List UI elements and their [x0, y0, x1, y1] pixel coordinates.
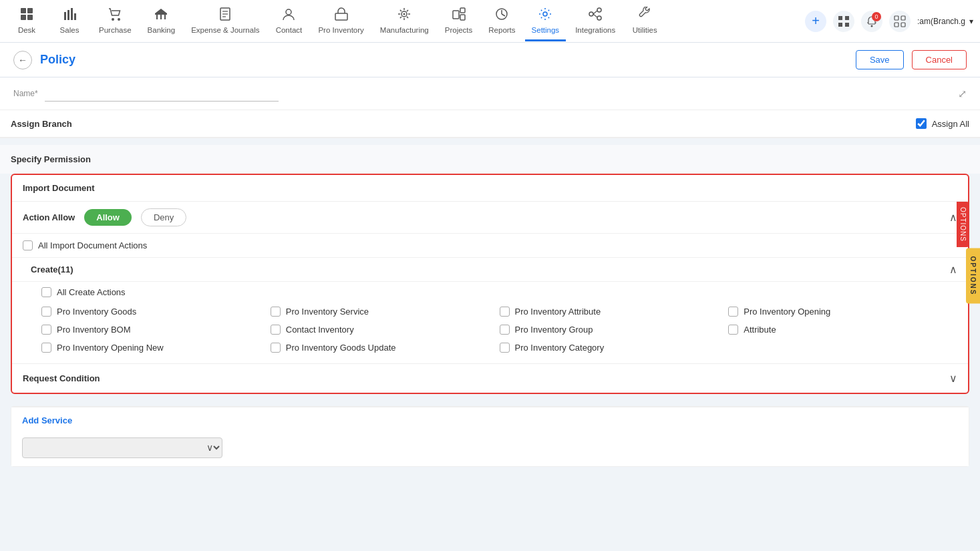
nav-integrations[interactable]: Integrations	[568, 1, 622, 41]
pro-inventory-category-checkbox[interactable]	[500, 343, 510, 353]
checkbox-pro-inventory-opening-new: Pro Inventory Opening New	[41, 343, 271, 353]
options-tab[interactable]: OPTIONS	[957, 202, 969, 247]
request-condition-label: Request Condition	[23, 373, 100, 383]
nav-expense-journals-label: Expense & Journals	[191, 26, 259, 34]
svg-line-31	[593, 14, 597, 17]
pro-inventory-goods-checkbox[interactable]	[41, 307, 51, 317]
create-label: Create(11)	[31, 264, 73, 274]
allow-button[interactable]: Allow	[84, 209, 132, 226]
svg-rect-39	[894, 23, 899, 27]
cancel-button[interactable]: Cancel	[912, 50, 967, 69]
checkbox-pro-inventory-goods-update: Pro Inventory Goods Update	[271, 343, 500, 353]
svg-rect-37	[894, 16, 899, 20]
svg-point-9	[118, 18, 120, 21]
desk-icon	[19, 7, 34, 25]
deny-button[interactable]: Deny	[141, 208, 186, 226]
svg-point-27	[589, 12, 593, 16]
all-import-actions-checkbox[interactable]	[23, 240, 33, 250]
name-label: Name*	[13, 89, 38, 98]
expand-icon[interactable]: ⤢	[958, 87, 967, 100]
svg-point-36	[870, 25, 872, 27]
checkboxes-grid: Pro Inventory Goods Pro Inventory Servic…	[12, 301, 968, 363]
expand-request-condition-button[interactable]: ∨	[949, 372, 957, 385]
pro-inventory-opening-new-checkbox[interactable]	[41, 343, 51, 353]
integrations-icon	[588, 7, 603, 25]
all-create-actions-checkbox[interactable]	[41, 287, 51, 297]
action-allow-row: Action Allow Allow Deny ∧	[12, 202, 968, 234]
grid-view-button[interactable]	[833, 11, 854, 32]
svg-point-21	[403, 13, 405, 15]
contact-inventory-checkbox[interactable]	[271, 325, 281, 335]
nav-projects[interactable]: Projects	[438, 1, 480, 41]
options-sidebar[interactable]: OPTIONS	[966, 248, 980, 303]
svg-point-18	[286, 9, 291, 15]
svg-rect-24	[460, 15, 465, 20]
pro-inventory-opening-checkbox[interactable]	[728, 307, 738, 317]
nav-pro-inventory[interactable]: Pro Inventory	[311, 1, 370, 41]
nav-purchase[interactable]: Purchase	[92, 1, 138, 41]
nav-sales[interactable]: Sales	[49, 1, 90, 41]
expense-journals-icon	[218, 7, 232, 25]
nav-desk[interactable]: Desk	[7, 1, 47, 41]
nav-banking-label: Banking	[148, 26, 176, 34]
checkbox-pro-inventory-category: Pro Inventory Category	[500, 343, 729, 353]
banking-icon	[154, 7, 168, 25]
svg-rect-33	[845, 16, 849, 20]
import-document-section: OPTIONS Import Document Action Allow All…	[11, 174, 969, 394]
nav-settings[interactable]: Settings	[525, 1, 566, 41]
svg-rect-34	[838, 23, 842, 27]
pro-inventory-group-checkbox[interactable]	[500, 325, 510, 335]
assign-all-checkbox[interactable]	[916, 118, 927, 129]
name-input[interactable]	[45, 85, 279, 102]
back-button[interactable]: ←	[13, 51, 32, 69]
name-section: Name* ⤢	[0, 77, 980, 110]
svg-point-8	[112, 18, 114, 21]
nav-utilities[interactable]: Utilities	[625, 1, 665, 41]
add-service-link[interactable]: Add Service	[22, 415, 72, 425]
svg-rect-22	[453, 11, 459, 19]
svg-rect-13	[164, 15, 166, 19]
app-switcher-button[interactable]	[889, 11, 911, 32]
chevron-down-icon: ▾	[969, 17, 973, 26]
nav-manufacturing-label: Manufacturing	[380, 26, 429, 34]
nav-items: Desk Sales Purchase Banking Expense & Jo…	[7, 1, 805, 41]
nav-contact[interactable]: Contact	[269, 1, 309, 41]
nav-right: + 0 :am(Branch.g ▾	[805, 11, 973, 32]
user-info[interactable]: :am(Branch.g ▾	[917, 17, 973, 26]
svg-point-28	[597, 8, 601, 12]
nav-manufacturing[interactable]: Manufacturing	[373, 1, 436, 41]
svg-rect-1	[27, 8, 33, 13]
assign-branch-row: Assign Branch Assign All	[0, 110, 980, 138]
svg-rect-2	[21, 15, 26, 20]
dropdown-row: ∨	[11, 433, 969, 466]
action-allow-label: Action Allow	[23, 212, 75, 222]
settings-icon	[538, 7, 552, 25]
import-document-header: Import Document	[12, 175, 968, 202]
attribute-checkbox[interactable]	[728, 325, 738, 335]
checkbox-contact-inventory: Contact Inventory	[271, 325, 500, 335]
add-button[interactable]: +	[805, 11, 826, 32]
pro-inventory-icon	[334, 7, 349, 25]
nav-reports[interactable]: Reports	[482, 1, 522, 41]
request-condition-row: Request Condition ∨	[12, 363, 968, 393]
svg-rect-10	[155, 13, 167, 15]
notifications-button[interactable]: 0	[861, 11, 882, 32]
nav-expense-journals[interactable]: Expense & Journals	[184, 1, 266, 41]
specify-permission-label: Specify Permission	[11, 154, 91, 164]
pro-inventory-attribute-checkbox[interactable]	[500, 307, 510, 317]
svg-point-29	[597, 16, 601, 20]
page-title: Policy	[40, 53, 848, 67]
all-create-actions-row: All Create Actions	[12, 282, 968, 301]
service-dropdown[interactable]	[22, 437, 222, 458]
nav-banking[interactable]: Banking	[141, 1, 182, 41]
assign-all-row: Assign All	[916, 118, 969, 129]
collapse-create-button[interactable]: ∧	[949, 263, 957, 276]
svg-rect-0	[21, 8, 26, 13]
pro-inventory-goods-update-checkbox[interactable]	[271, 343, 281, 353]
pro-inventory-service-checkbox[interactable]	[271, 307, 281, 317]
pro-inventory-bom-checkbox[interactable]	[41, 325, 51, 335]
top-navigation: Desk Sales Purchase Banking Expense & Jo…	[0, 0, 980, 43]
assign-all-label: Assign All	[932, 119, 969, 129]
nav-integrations-label: Integrations	[575, 26, 615, 34]
save-button[interactable]: Save	[856, 50, 904, 69]
